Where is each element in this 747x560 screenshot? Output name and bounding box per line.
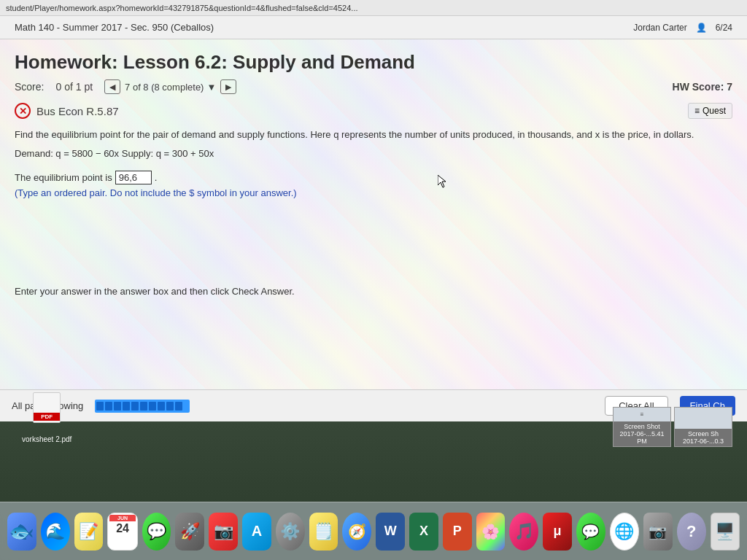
cal-day: 24 [116, 523, 129, 534]
progress-dot-3 [114, 402, 121, 411]
page-indicator: 7 of 8 (8 complete) ▼ [125, 82, 216, 93]
dock-item-launchpad[interactable]: 🚀 [175, 513, 204, 551]
progress-dot-7 [149, 402, 156, 411]
dock-item-system-prefs[interactable]: ⚙️ [276, 513, 305, 551]
question-title: Bus Econ R.5.87 [36, 105, 119, 117]
screenshot-1-title: Screen Shot [616, 423, 668, 430]
dock-item-chrome[interactable]: 🌐 [610, 513, 639, 551]
desktop-pdf-area: PDF vorksheet 2.pdf [22, 392, 71, 443]
dock-item-finder[interactable]: 🐟 [7, 513, 36, 551]
course-title: Math 140 - Summer 2017 - Sec. 950 (Cebal… [15, 22, 214, 33]
dock-item-word[interactable]: W [376, 513, 405, 551]
page-indicator-text: 7 of 8 (8 complete) [125, 82, 204, 93]
pdf-filename: vorksheet 2.pdf [22, 435, 71, 443]
prev-question-button[interactable]: ◀ [104, 79, 120, 94]
pdf-badge: PDF [34, 413, 60, 421]
progress-dot-9 [166, 402, 174, 411]
dock-item-calendar[interactable]: JUN 24 [107, 513, 137, 551]
nav-arrows: ◀ 7 of 8 (8 complete) ▼ ▶ [104, 79, 236, 94]
screenshot-1-preview: ≡ [640, 411, 644, 418]
screenshot-thumb-2[interactable]: Screen Sh 2017-06-...0.3 [674, 407, 732, 447]
progress-dot-1 [96, 402, 104, 411]
instruction-text: (Type an ordered pair. Do not include th… [15, 187, 732, 198]
dock-item-photos[interactable]: 🌸 [476, 513, 506, 551]
dock: 🐟 🌊 📝 JUN 24 💬 🚀 📷 A ⚙️ 🗒️ 🧭 W X P 🌸 🎵 μ… [0, 502, 747, 560]
progress-bar [95, 400, 190, 413]
period: . [155, 172, 158, 183]
screenshot-2-label: Screen Sh 2017-06-...0.3 [675, 429, 732, 446]
dock-item-safari-desktop[interactable]: 🌊 [41, 513, 70, 551]
username: Jordan Carter [633, 23, 686, 33]
quest-button[interactable]: ≡ Quest [688, 103, 732, 119]
demand-supply-text: Demand: q = 5800 − 60x Supply: q = 300 +… [15, 148, 732, 159]
main-content: Homework: Lesson 6.2: Supply and Demand … [0, 39, 747, 389]
dock-item-notes[interactable]: 📝 [74, 513, 104, 551]
enter-answer-instruction: Enter your answer in the answer box and … [15, 286, 732, 297]
url-bar: student/Player/homework.aspx?homeworkId=… [0, 0, 747, 16]
dock-item-photos-red[interactable]: 📷 [209, 513, 238, 551]
dock-item-utorrent[interactable]: μ [543, 513, 572, 551]
screenshot-1-label: Screen Shot 2017-06-...5.41 PM [614, 421, 670, 446]
dock-item-imessage[interactable]: 💬 [576, 513, 605, 551]
user-icon: 👤 [696, 23, 707, 33]
progress-dot-2 [105, 402, 112, 411]
list-icon: ≡ [694, 106, 700, 116]
dock-item-itunes[interactable]: 🎵 [509, 513, 538, 551]
answer-line: The equilibrium point is 96,6 . [15, 171, 732, 184]
answer-prefix: The equilibrium point is [15, 172, 112, 183]
url-text: student/Player/homework.aspx?homeworkId=… [6, 4, 358, 12]
score-label: Score: [15, 81, 44, 93]
dock-item-help[interactable]: ? [677, 513, 706, 551]
header-date: 6/24 [716, 23, 732, 33]
screenshot-thumb-1[interactable]: ≡ Screen Shot 2017-06-...5.41 PM [613, 407, 671, 447]
dropdown-arrow: ▼ [206, 82, 216, 93]
progress-dot-6 [140, 402, 147, 411]
dock-item-safari[interactable]: 🧭 [342, 513, 371, 551]
screenshot-area: ≡ Screen Shot 2017-06-...5.41 PM Screen … [613, 407, 732, 447]
screenshot-1-content: ≡ [614, 408, 670, 421]
quest-label: Quest [703, 106, 726, 116]
screenshot-2-title: Screen Sh [677, 430, 729, 438]
dock-item-finder2[interactable]: 🖥️ [711, 513, 740, 551]
score-line: Score: 0 of 1 pt ◀ 7 of 8 (8 complete) ▼… [15, 79, 732, 94]
header-bar: Math 140 - Summer 2017 - Sec. 950 (Cebal… [0, 16, 747, 39]
progress-dot-5 [131, 402, 139, 411]
problem-text: Find the equilibrium point for the pair … [15, 128, 732, 142]
answer-box[interactable]: 96,6 [115, 171, 152, 184]
incorrect-icon: ✕ [15, 103, 31, 119]
score-value: 0 of 1 pt [55, 81, 93, 93]
pdf-doc-image: PDF [33, 392, 61, 423]
header-right: Jordan Carter 👤 6/24 [633, 23, 732, 33]
cal-month: JUN [109, 515, 135, 521]
progress-dot-4 [123, 402, 130, 411]
progress-dot-10 [175, 402, 182, 411]
dock-item-excel[interactable]: X [409, 513, 438, 551]
question-header: ✕ Bus Econ R.5.87 ≡ Quest [15, 103, 732, 119]
browser-window: student/Player/homework.aspx?homeworkId=… [0, 0, 747, 421]
screenshot-2-date: 2017-06-...0.3 [677, 438, 729, 445]
screenshot-2-content [675, 408, 732, 429]
screenshot-1-date: 2017-06-...5.41 PM [616, 430, 668, 445]
dock-item-powerpoint[interactable]: P [443, 513, 472, 551]
hw-score: HW Score: 7 [673, 81, 732, 93]
dock-item-messages[interactable]: 💬 [142, 513, 171, 551]
dock-item-camera[interactable]: 📷 [643, 513, 673, 551]
next-question-button[interactable]: ▶ [220, 79, 236, 94]
page-title: Homework: Lesson 6.2: Supply and Demand [15, 51, 732, 74]
dock-item-sticky[interactable]: 🗒️ [309, 513, 338, 551]
progress-dot-8 [158, 402, 165, 411]
pdf-icon[interactable]: PDF [28, 392, 65, 432]
dock-item-app-store[interactable]: A [242, 513, 271, 551]
